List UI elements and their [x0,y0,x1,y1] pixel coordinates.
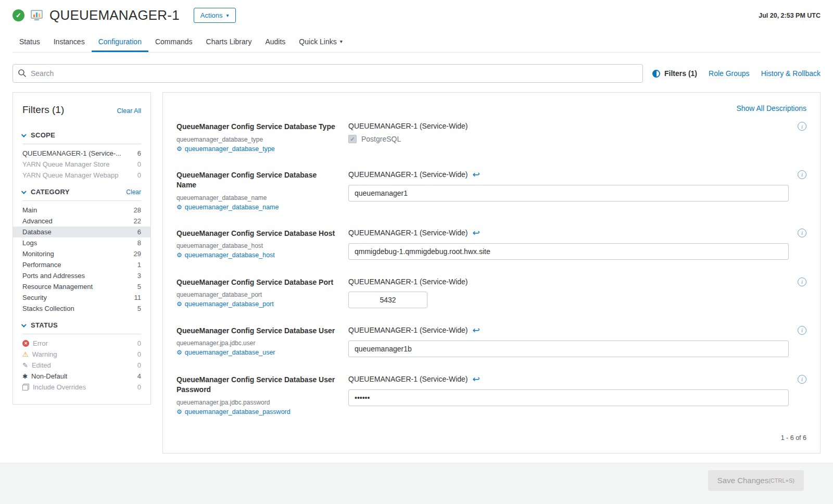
undo-icon[interactable]: ↩ [472,326,479,335]
warning-icon: ⚠ [22,351,29,358]
tab-quick-links[interactable]: Quick Links ▾ [292,32,349,52]
status-item-edited[interactable]: ✎ Edited 0 [13,360,150,371]
config-api-name: queuemanager_database_port [176,291,338,298]
config-api-link[interactable]: queuemanager_database_user [185,349,275,356]
status-item-non-default[interactable]: ✱ Non-Default 4 [13,371,150,382]
scope-item-label: QUEUEMANAGER-1 (Service-... [22,149,121,157]
check-icon: ✓ [350,136,355,142]
config-row-database-password: QueueManager Config Service Database Use… [163,368,820,426]
status-item-include-overrides[interactable]: Include Overrides 0 [13,382,150,393]
history-rollback-link[interactable]: History & Rollback [761,69,821,78]
tab-charts-library[interactable]: Charts Library [199,32,259,52]
info-icon[interactable]: i [798,229,806,237]
checkbox-label: PostgreSQL [361,135,401,143]
category-clear-link[interactable]: Clear [126,188,141,196]
filters-panel-title: Filters (1) [22,104,64,116]
database-host-input[interactable] [348,243,789,260]
save-changes-button[interactable]: Save Changes(CTRL+S) [708,470,804,491]
scope-item[interactable]: YARN Queue Manager Webapp 0 [13,170,150,181]
scope-item-label: YARN Queue Manager Webapp [22,171,119,179]
undo-icon[interactable]: ↩ [472,229,479,237]
category-item-database[interactable]: Database 6 [13,226,150,237]
filters-toggle[interactable]: Filters (1) [652,69,697,78]
info-icon[interactable]: i [798,122,806,131]
config-api-link[interactable]: queuemanager_database_host [185,251,275,259]
category-item-ports-and-addresses[interactable]: Ports and Addresses 3 [13,270,150,281]
role-groups-link[interactable]: Role Groups [709,69,750,78]
actions-label: Actions [200,11,223,19]
info-icon[interactable]: i [798,326,806,335]
category-item-security[interactable]: Security 11 [13,292,150,303]
non-default-icon: ✱ [22,373,28,380]
config-scope-label: QUEUEMANAGER-1 (Service-Wide) [348,278,468,286]
category-item-monitoring[interactable]: Monitoring 29 [13,248,150,259]
scope-item[interactable]: QUEUEMANAGER-1 (Service-... 6 [13,148,150,159]
tab-status[interactable]: Status [12,32,47,52]
config-title: QueueManager Config Service Database Use… [176,326,338,336]
category-item-performance[interactable]: Performance 1 [13,259,150,270]
config-scope-label: QUEUEMANAGER-1 (Service-Wide) [348,229,468,237]
undo-icon[interactable]: ↩ [472,375,479,384]
quick-links-label: Quick Links [299,37,336,46]
category-section: CATEGORY Clear Main 28 Advanced 22 Datab… [13,181,150,314]
clear-all-link[interactable]: Clear All [117,107,141,115]
status-item-warning[interactable]: ⚠ Warning 0 [13,349,150,360]
tab-configuration[interactable]: Configuration [92,32,148,52]
status-item-error[interactable]: ✕ Error 0 [13,338,150,349]
config-api-link[interactable]: queuemanager_database_port [185,300,274,308]
config-row-database-host: QueueManager Config Service Database Hos… [163,221,820,270]
footer-bar: Save Changes(CTRL+S) [0,463,833,504]
database-name-input[interactable] [348,185,789,201]
gear-icon: ⚙ [176,301,182,307]
status-section-header[interactable]: STATUS [22,315,141,334]
tab-bar: Status Instances Configuration Commands … [12,32,821,53]
config-api-link[interactable]: queuemanager_database_name [185,204,279,211]
chevron-down-icon: ▾ [226,13,229,18]
top-bar: ✓ QUEUEMANAGER-1 Actions ▾ Jul 20, 2:53 … [0,0,833,53]
config-row-database-name: QueueManager Config Service Database Nam… [163,163,820,221]
category-item-stacks-collection[interactable]: Stacks Collection 5 [13,303,150,314]
category-item-main[interactable]: Main 28 [13,205,150,216]
category-section-title: CATEGORY [31,188,70,196]
actions-button[interactable]: Actions ▾ [194,8,236,23]
tab-instances[interactable]: Instances [47,32,92,52]
save-changes-label: Save Changes [717,476,768,485]
info-icon[interactable]: i [798,375,806,384]
category-item-advanced[interactable]: Advanced 22 [13,216,150,226]
undo-icon[interactable]: ↩ [472,170,479,179]
config-api-name: queuemanager.jpa.jdbc.user [176,339,338,347]
gear-icon: ⚙ [176,146,182,152]
search-input[interactable] [12,64,643,83]
scope-section-header[interactable]: SCOPE [22,125,141,144]
config-api-name: queuemanager_database_host [176,242,338,249]
database-user-input[interactable] [348,341,789,357]
show-all-descriptions-link[interactable]: Show All Descriptions [736,104,806,112]
filters-panel: Filters (1) Clear All SCOPE QUEUEMANAGER… [12,92,151,405]
config-title: QueueManager Config Service Database Use… [176,375,338,395]
tab-commands[interactable]: Commands [148,32,199,52]
health-good-icon: ✓ [12,9,24,21]
scope-item[interactable]: YARN Queue Manager Store 0 [13,159,150,170]
config-row-database-type: QueueManager Config Service Database Typ… [163,115,820,163]
tab-audits[interactable]: Audits [258,32,292,52]
config-api-link[interactable]: queuemanager_database_password [185,408,291,415]
category-item-logs[interactable]: Logs 8 [13,237,150,248]
gear-icon: ⚙ [176,349,182,356]
title-row: ✓ QUEUEMANAGER-1 Actions ▾ Jul 20, 2:53 … [12,7,821,23]
chevron-down-icon: ▾ [340,39,343,44]
scope-section: SCOPE QUEUEMANAGER-1 (Service-... 6 YARN… [13,124,150,181]
search-box [12,64,643,83]
config-api-link[interactable]: queuemanager_database_type [185,145,275,153]
scope-section-title: SCOPE [31,131,55,139]
chevron-down-icon [21,132,27,137]
filter-toggle-icon [652,70,660,78]
config-title: QueueManager Config Service Database Nam… [176,170,338,191]
include-overrides-icon [22,384,29,390]
info-icon[interactable]: i [798,278,806,286]
info-icon[interactable]: i [798,170,806,179]
category-item-resource-management[interactable]: Resource Management 5 [13,281,150,292]
database-port-input[interactable] [348,292,427,308]
database-password-input[interactable] [348,389,789,406]
category-section-header[interactable]: CATEGORY Clear [22,182,141,201]
postgresql-checkbox[interactable]: ✓ [348,135,357,143]
